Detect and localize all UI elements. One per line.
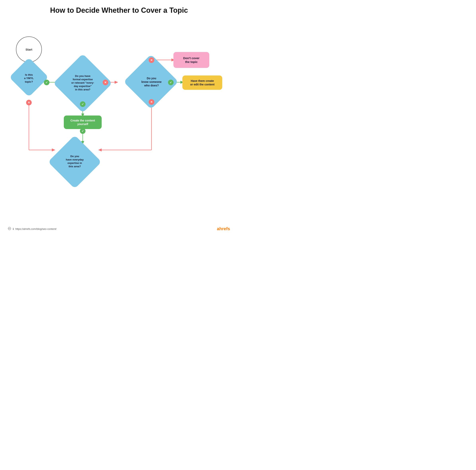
footer-left: 🅭 ℹ https://ahrefs.com/blog/seo-content/	[8, 227, 57, 231]
create-yes-connector: ✓	[80, 128, 85, 134]
formal-yes-connector: ✓	[80, 101, 85, 107]
know-no-up-connector: ✕	[149, 57, 154, 63]
diagram-area: Start Is this a YMYL topic? ✓ Do you hav…	[0, 16, 238, 226]
formal-text: Do you have formal expertise or relevant…	[57, 66, 109, 100]
dont-cover-node: Don't cover the topic	[173, 52, 209, 68]
footer: 🅭 ℹ https://ahrefs.com/blog/seo-content/…	[0, 226, 238, 231]
everyday-text: Do you have everyday expertise in this a…	[51, 146, 99, 178]
ymyl-no-connector: ✕	[26, 100, 32, 105]
formal-no-connector: ✕	[103, 80, 108, 85]
footer-url: https://ahrefs.com/blog/seo-content/	[15, 227, 57, 230]
create-yourself-node: Create the content yourself	[64, 115, 102, 129]
start-node: Start	[16, 36, 42, 62]
have-them-node: Have them create or edit the content	[182, 76, 222, 90]
ymyl-yes-connector: ✓	[44, 80, 50, 85]
brand-logo: ahrefs	[217, 226, 230, 231]
ymyl-text: Is this a YMYL topic?	[11, 68, 47, 88]
info-icon: ℹ	[13, 227, 14, 230]
know-yes-connector: ✓	[168, 80, 174, 85]
know-no-down-connector: ✕	[149, 99, 154, 105]
cc-icon: 🅭	[8, 227, 11, 231]
page-title: How to Decide Whether to Cover a Topic	[0, 0, 238, 16]
